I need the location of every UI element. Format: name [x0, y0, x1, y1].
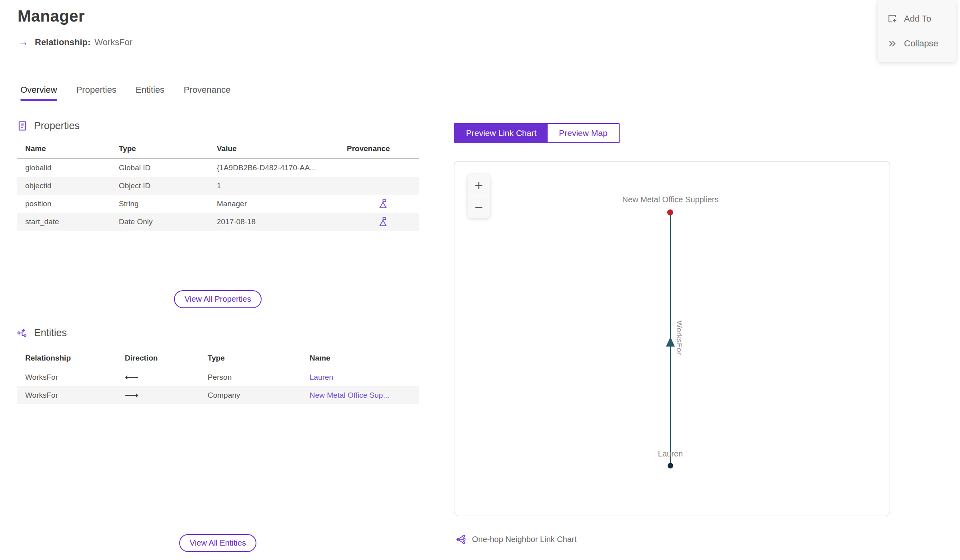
- add-to-label: Add To: [904, 14, 931, 24]
- prop-name: objectid: [17, 181, 119, 190]
- relationship-label: Relationship:: [35, 37, 90, 48]
- direction-arrow-right-icon: ⟶: [125, 390, 208, 401]
- collapse-label: Collapse: [904, 38, 938, 49]
- table-row: globalid Global ID {1A9DB2B6-D482-4170-A…: [17, 159, 419, 177]
- chart-caption: One-hop Neighbor Link Chart: [456, 534, 576, 545]
- edge-direction-arrow-icon: [666, 337, 675, 347]
- provenance-flag-icon[interactable]: [378, 216, 388, 227]
- preview-map-button[interactable]: Preview Map: [548, 124, 618, 142]
- tab-overview[interactable]: Overview: [20, 85, 57, 101]
- entities-table-header: Relationship Direction Type Name: [17, 354, 419, 368]
- table-row: WorksFor ⟶ Company New Metal Office Sup.…: [17, 386, 419, 404]
- prop-value: 1: [217, 181, 347, 190]
- tab-provenance[interactable]: Provenance: [184, 85, 230, 101]
- collapse-icon: [887, 38, 898, 49]
- node-lauren[interactable]: [668, 463, 673, 468]
- properties-section-title: Properties: [34, 120, 80, 132]
- col-provenance: Provenance: [347, 144, 419, 153]
- view-all-entities-button[interactable]: View All Entities: [179, 534, 256, 552]
- prop-provenance: [347, 198, 419, 209]
- node-company[interactable]: [667, 209, 673, 215]
- col-direction: Direction: [125, 354, 208, 363]
- zoom-out-button[interactable]: −: [468, 196, 490, 218]
- prop-type: String: [119, 199, 217, 208]
- prop-value: {1A9DB2B6-D482-4170-AA...: [217, 163, 347, 172]
- prop-name: start_date: [17, 217, 119, 226]
- collapse-button[interactable]: Collapse: [878, 35, 956, 52]
- relationship-value: WorksFor: [94, 37, 132, 48]
- tab-entities[interactable]: Entities: [136, 85, 164, 101]
- add-to-icon: [887, 14, 898, 24]
- link-chart-panel[interactable]: + − WorksFor New Metal Office Suppliers …: [454, 161, 890, 516]
- prop-value: 2017-08-18: [217, 217, 347, 226]
- node-label-company: New Metal Office Suppliers: [622, 195, 719, 204]
- prop-type: Global ID: [119, 163, 217, 172]
- properties-section-header: Properties: [17, 120, 419, 132]
- tab-bar: Overview Properties Entities Provenance: [20, 85, 231, 101]
- entity-type: Person: [208, 373, 310, 382]
- view-all-properties-row: View All Properties: [17, 290, 419, 308]
- col-name: Name: [17, 144, 119, 153]
- prop-name: globalid: [17, 163, 119, 172]
- table-row: position String Manager: [17, 195, 419, 213]
- properties-table-header: Name Type Value Provenance: [17, 144, 419, 159]
- entity-relationship: WorksFor: [17, 373, 125, 382]
- table-row: WorksFor ⟵ Person Lauren: [17, 368, 419, 386]
- preview-toggle-group: Preview Link Chart Preview Map: [454, 123, 620, 143]
- tab-properties[interactable]: Properties: [76, 85, 116, 101]
- entities-icon: [17, 327, 28, 339]
- preview-link-chart-button[interactable]: Preview Link Chart: [455, 124, 548, 142]
- table-row: objectid Object ID 1: [17, 177, 419, 195]
- zoom-in-button[interactable]: +: [468, 174, 490, 196]
- col-value: Value: [217, 144, 347, 153]
- entities-section-header: Entities: [17, 327, 419, 339]
- direction-arrow-left-icon: ⟵: [125, 372, 208, 383]
- prop-type: Date Only: [119, 217, 217, 226]
- properties-icon: [17, 120, 28, 132]
- provenance-flag-icon[interactable]: [378, 198, 388, 209]
- add-to-button[interactable]: Add To: [878, 10, 956, 27]
- relationship-subtitle: → Relationship: WorksFor: [18, 37, 132, 48]
- view-all-entities-row: View All Entities: [17, 534, 419, 552]
- page-title: Manager: [18, 7, 85, 25]
- entities-table: Relationship Direction Type Name WorksFo…: [17, 354, 419, 404]
- zoom-control: + −: [468, 174, 490, 218]
- chart-caption-label: One-hop Neighbor Link Chart: [472, 535, 576, 544]
- view-all-properties-button[interactable]: View All Properties: [174, 290, 261, 308]
- node-label-lauren: Lauren: [658, 449, 683, 458]
- entity-type: Company: [208, 391, 310, 400]
- entities-section: Entities Relationship Direction Type Nam…: [17, 327, 419, 404]
- top-actions-panel: Add To Collapse: [878, 0, 956, 62]
- prop-value: Manager: [217, 199, 347, 208]
- prop-provenance: [347, 216, 419, 227]
- entities-section-title: Entities: [34, 327, 67, 339]
- entity-relationship: WorksFor: [17, 391, 125, 400]
- edge-label: WorksFor: [675, 321, 684, 355]
- col-relationship: Relationship: [17, 354, 125, 363]
- col-type: Type: [208, 354, 310, 363]
- prop-name: position: [17, 199, 119, 208]
- table-row: start_date Date Only 2017-08-18: [17, 213, 419, 231]
- entity-link-lauren[interactable]: Lauren: [310, 373, 333, 381]
- one-hop-link-chart-icon: [456, 534, 466, 545]
- col-name: Name: [310, 354, 419, 363]
- col-type: Type: [119, 144, 217, 153]
- entity-link-company[interactable]: New Metal Office Sup...: [310, 391, 389, 399]
- relationship-arrow-icon: →: [18, 37, 28, 48]
- properties-table: Name Type Value Provenance globalid Glob…: [17, 144, 419, 231]
- properties-section: Properties Name Type Value Provenance gl…: [17, 120, 419, 231]
- prop-type: Object ID: [119, 181, 217, 190]
